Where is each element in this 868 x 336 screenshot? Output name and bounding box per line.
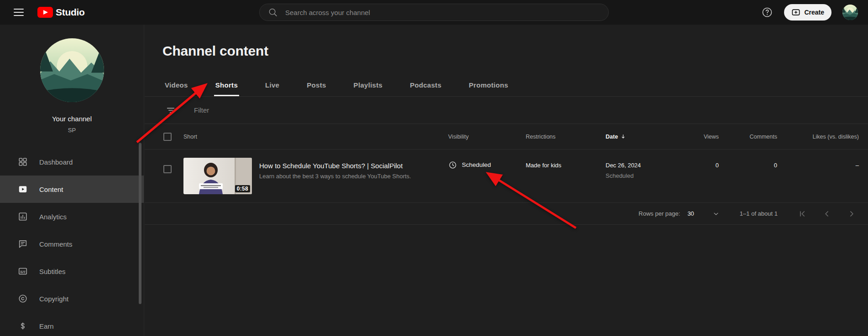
first-page-button[interactable]: [798, 209, 807, 218]
tab-playlists[interactable]: Playlists: [340, 74, 397, 96]
filter-input[interactable]: [193, 106, 385, 114]
video-description: Learn about the best 3 ways to schedule …: [259, 172, 411, 180]
comments-cell: 0: [719, 150, 777, 169]
chevron-down-icon: [712, 210, 720, 217]
column-date-label: Date: [606, 134, 618, 140]
sidebar-item-subtitles[interactable]: Subtitles: [0, 258, 144, 285]
select-all-checkbox[interactable]: [163, 133, 172, 141]
visibility-cell[interactable]: Scheduled: [448, 150, 526, 170]
channel-handle: SP: [0, 127, 144, 134]
earn-icon: [17, 320, 28, 331]
content-tabs: Videos Shorts Live Posts Playlists Podca…: [145, 74, 868, 97]
date-cell: Dec 26, 2024 Scheduled: [606, 150, 679, 180]
top-bar: Studio Create: [0, 0, 868, 25]
sidebar-item-label: Analytics: [39, 213, 67, 221]
tab-videos[interactable]: Videos: [151, 74, 202, 96]
column-visibility[interactable]: Visibility: [448, 134, 526, 140]
copyright-icon: [17, 293, 28, 304]
sidebar-item-analytics[interactable]: Analytics: [0, 203, 144, 230]
sidebar-item-label: Copyright: [39, 295, 68, 303]
tab-shorts[interactable]: Shorts: [202, 74, 251, 96]
chevron-left-icon: [822, 209, 831, 218]
channel-block: Your channel SP: [0, 25, 144, 134]
create-button[interactable]: Create: [784, 4, 831, 21]
sidebar-item-label: Dashboard: [39, 158, 73, 166]
rows-per-page-label: Rows per page:: [638, 210, 680, 217]
menu-icon[interactable]: [14, 7, 25, 18]
table-footer: Rows per page: 30 1–1 of about 1: [145, 203, 868, 225]
sidebar-item-label: Earn: [39, 322, 54, 330]
visibility-status: Scheduled: [462, 160, 491, 170]
sidebar-item-label: Comments: [39, 240, 73, 248]
likes-cell: –: [777, 150, 859, 169]
page-range-label: 1–1 of about 1: [740, 210, 778, 217]
channel-avatar[interactable]: [40, 38, 104, 102]
account-avatar[interactable]: [842, 5, 858, 20]
column-likes[interactable]: Likes (vs. dislikes): [777, 134, 859, 140]
filter-bar: [145, 97, 868, 124]
filter-icon: [166, 105, 176, 115]
analytics-icon: [17, 211, 28, 222]
rows-per-page-select[interactable]: 30: [687, 210, 719, 217]
page-title: Channel content: [145, 25, 868, 59]
tab-podcasts[interactable]: Podcasts: [396, 74, 455, 96]
tab-promotions[interactable]: Promotions: [455, 74, 522, 96]
channel-name: Your channel: [0, 115, 144, 123]
sidebar-item-comments[interactable]: Comments: [0, 230, 144, 258]
create-icon: [791, 8, 800, 17]
video-title[interactable]: How to Schedule YouTube Shorts? | Social…: [259, 161, 411, 170]
search-input[interactable]: [284, 8, 604, 17]
restrictions-cell[interactable]: Made for kids: [526, 150, 606, 169]
video-text: How to Schedule YouTube Shorts? | Social…: [259, 158, 411, 194]
column-date[interactable]: Date: [606, 133, 679, 140]
table-header: Short Visibility Restrictions Date Views…: [145, 124, 868, 150]
tab-live[interactable]: Live: [251, 74, 293, 96]
search-bar: [259, 4, 609, 21]
sidebar-scrollbar[interactable]: [139, 143, 141, 304]
column-restrictions[interactable]: Restrictions: [526, 134, 606, 140]
next-page-button[interactable]: [847, 209, 856, 218]
video-thumbnail[interactable]: 0:58: [183, 158, 252, 194]
chevron-right-icon: [847, 209, 856, 218]
column-comments[interactable]: Comments: [719, 134, 777, 140]
row-checkbox[interactable]: [163, 165, 172, 173]
first-page-icon: [798, 209, 807, 218]
logo-text: Studio: [56, 7, 85, 18]
main-content: Channel content Videos Shorts Live Posts…: [145, 25, 868, 336]
content-icon: [17, 184, 28, 195]
comments-icon: [17, 238, 28, 249]
date-status: Scheduled: [606, 172, 679, 180]
rows-per-page-value: 30: [687, 210, 694, 217]
sidebar-item-label: Subtitles: [39, 268, 66, 275]
youtube-studio-logo[interactable]: Studio: [37, 7, 85, 18]
help-button[interactable]: [761, 6, 773, 18]
subtitles-icon: [17, 266, 28, 277]
column-views[interactable]: Views: [679, 134, 719, 140]
views-cell: 0: [679, 150, 719, 169]
dashboard-icon: [17, 156, 28, 167]
youtube-play-icon: [37, 7, 53, 18]
sidebar-item-earn[interactable]: Earn: [0, 312, 144, 336]
sidebar: Your channel SP Dashboard: [0, 25, 144, 336]
help-icon: [761, 6, 773, 18]
sidebar-item-content[interactable]: Content: [0, 176, 144, 203]
sidebar-item-label: Content: [39, 186, 63, 193]
short-cell: 0:58 How to Schedule YouTube Shorts? | S…: [183, 150, 448, 202]
create-button-label: Create: [804, 9, 824, 16]
search-icon: [268, 7, 278, 17]
previous-page-button[interactable]: [822, 209, 831, 218]
scheduled-clock-icon: [448, 160, 457, 170]
tab-posts[interactable]: Posts: [293, 74, 340, 96]
column-short[interactable]: Short: [183, 134, 448, 140]
sidebar-item-copyright[interactable]: Copyright: [0, 285, 144, 312]
date-value: Dec 26, 2024: [606, 161, 679, 169]
topbar-actions: Create: [761, 4, 868, 21]
sort-descending-icon: [620, 133, 627, 140]
table-row: 0:58 How to Schedule YouTube Shorts? | S…: [145, 150, 868, 203]
sidebar-item-dashboard[interactable]: Dashboard: [0, 148, 144, 176]
duration-badge: 0:58: [235, 185, 250, 192]
sidebar-nav: Dashboard Content Anal: [0, 148, 144, 336]
